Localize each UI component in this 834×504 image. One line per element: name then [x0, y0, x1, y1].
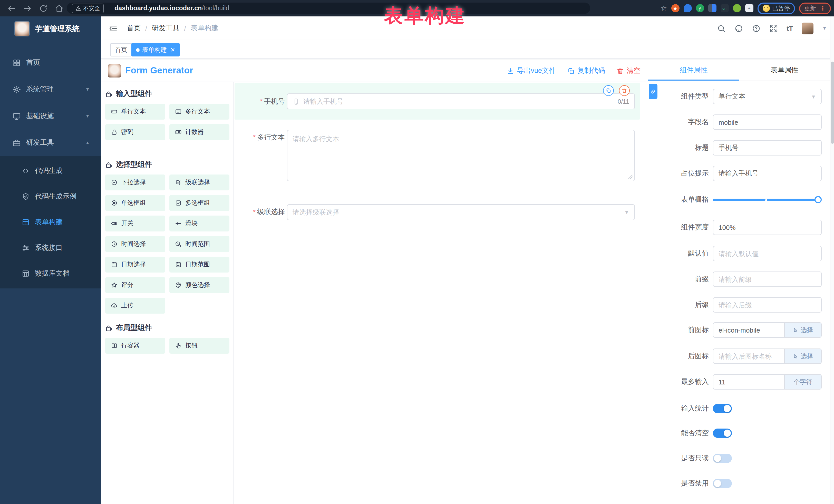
placeholder-input[interactable] — [713, 166, 822, 181]
field-name-input[interactable] — [713, 114, 822, 130]
form-canvas[interactable]: *手机号 请输入手机号 0/11 *多行文本 请输入多行文本 — [234, 82, 648, 504]
palette-item-number[interactable]: 计数器 — [169, 124, 229, 140]
sidebar-item-system[interactable]: 系统管理 ▼ — [0, 76, 101, 103]
ext-icon-3[interactable]: y — [696, 4, 704, 12]
palette-item-password[interactable]: 密码 — [105, 124, 165, 140]
user-caret-icon[interactable]: ▼ — [822, 26, 827, 31]
security-chip[interactable]: 不安全 — [72, 3, 104, 13]
mobile-input[interactable]: 请输入手机号 0/11 — [287, 93, 635, 109]
copy-code-button[interactable]: 复制代码 — [567, 66, 605, 75]
resize-handle-icon[interactable] — [628, 175, 633, 179]
ext-icon-4[interactable] — [708, 4, 716, 12]
clear-button[interactable]: 清空 — [616, 66, 640, 75]
back-icon[interactable] — [7, 4, 16, 13]
ext-icon-5[interactable]: on — [720, 4, 728, 12]
paused-label: 已暂停 — [772, 4, 790, 12]
profile-paused-badge[interactable]: 已暂停 — [757, 2, 795, 14]
sidebar-item-infra[interactable]: 基础设施 ▼ — [0, 103, 101, 129]
ext-icon-1[interactable]: ◆ — [671, 4, 679, 12]
palette-item-row-container[interactable]: 行容器 — [105, 338, 165, 354]
ext-icon-2[interactable] — [683, 4, 692, 12]
palette-item-time-picker[interactable]: 时间选择 — [105, 236, 165, 252]
home-icon[interactable] — [55, 4, 64, 13]
forward-icon[interactable] — [23, 4, 32, 13]
update-button[interactable]: 更新 ⋮ — [799, 2, 831, 14]
row-copy-button[interactable] — [603, 85, 614, 96]
reload-icon[interactable] — [39, 4, 48, 13]
sidebar-item-devtools[interactable]: 研发工具 ▲ — [0, 129, 101, 156]
export-vue-button[interactable]: 导出vue文件 — [507, 66, 556, 75]
palette-item-time-range[interactable]: 时间范围 — [169, 236, 229, 252]
scrollbar-thumb[interactable] — [831, 62, 834, 144]
suffix-input[interactable] — [713, 297, 822, 312]
bookmark-star-icon[interactable]: ☆ — [660, 4, 667, 12]
cascader-input[interactable]: 请选择级联选择 ▼ — [287, 204, 635, 220]
palette-item-textarea[interactable]: 多行文本 — [169, 104, 229, 119]
palette-item-input-text[interactable]: 单行文本 — [105, 104, 165, 119]
default-value-input[interactable] — [713, 246, 822, 261]
tab-form-props[interactable]: 表单属性 — [739, 60, 830, 81]
palette-item-button[interactable]: 按钮 — [169, 338, 229, 354]
font-size-icon[interactable]: tT — [787, 24, 793, 32]
fullscreen-icon[interactable] — [769, 24, 778, 32]
canvas-row-textarea[interactable]: *多行文本 请输入多行文本 — [235, 126, 640, 187]
breadcrumb-home[interactable]: 首页 — [127, 24, 140, 33]
sidebar-collapse-icon[interactable] — [108, 24, 118, 34]
prefix-icon-choose-button[interactable]: 选择 — [785, 322, 822, 338]
palette-icon — [175, 282, 182, 288]
browser-menu-icon[interactable]: ⋮ — [820, 5, 826, 12]
brand[interactable]: 芋道管理系统 — [0, 17, 101, 41]
clearable-toggle[interactable] — [713, 429, 732, 438]
tag-form-builder[interactable]: 表单构建 ✕ — [131, 43, 180, 57]
sidebar-item-form-builder[interactable]: 表单构建 — [0, 210, 101, 235]
generator-logo — [108, 64, 121, 78]
palette-item-slider[interactable]: 滑块 — [169, 216, 229, 232]
sidebar-item-system-api[interactable]: 系统接口 — [0, 235, 101, 261]
row-delete-button[interactable] — [619, 85, 630, 96]
input-stats-toggle[interactable] — [713, 404, 732, 413]
window-scrollbar[interactable] — [830, 17, 834, 504]
textarea-input[interactable]: 请输入多行文本 — [287, 130, 635, 181]
title-input[interactable] — [713, 140, 822, 155]
slider-handle[interactable] — [814, 196, 822, 203]
max-length-input[interactable] — [713, 374, 785, 390]
component-type-select[interactable]: 单行文本 ▼ — [713, 89, 822, 104]
palette-item-checkbox-group[interactable]: 多选框组 — [169, 195, 229, 211]
sidebar-item-codegen-example[interactable]: 代码生成示例 — [0, 184, 101, 210]
readonly-toggle[interactable] — [713, 454, 732, 463]
ext-icon-7[interactable]: ✦ — [745, 4, 753, 12]
tab-component-props[interactable]: 组件属性 — [648, 60, 739, 81]
palette-item-select[interactable]: 下拉选择 — [105, 175, 165, 191]
canvas-row-cascader[interactable]: *级联选择 请选择级联选择 ▼ — [235, 202, 640, 222]
palette-item-cascader[interactable]: 级联选择 — [169, 175, 229, 191]
canvas-row-mobile[interactable]: *手机号 请输入手机号 0/11 — [235, 83, 640, 119]
address-bar[interactable]: 不安全 dashboard.yudao.iocoder.cn/tool/buil… — [67, 3, 590, 14]
palette-item-color-picker[interactable]: 颜色选择 — [169, 277, 229, 293]
palette-item-upload[interactable]: 上传 — [105, 298, 165, 313]
disabled-toggle[interactable] — [713, 479, 732, 488]
tag-home[interactable]: 首页 — [110, 43, 132, 57]
github-icon[interactable] — [734, 24, 743, 32]
width-input[interactable] — [713, 220, 822, 235]
prefix-input[interactable] — [713, 271, 822, 287]
palette-item-radio-group[interactable]: 单选框组 — [105, 195, 165, 211]
sidebar-item-codegen[interactable]: 代码生成 — [0, 158, 101, 184]
palette-item-rate[interactable]: 评分 — [105, 277, 165, 293]
palette-item-switch[interactable]: 开关 — [105, 216, 165, 232]
ext-icon-6[interactable] — [733, 4, 741, 12]
suffix-icon-choose-button[interactable]: 选择 — [785, 349, 822, 364]
prefix-icon-input[interactable] — [713, 322, 785, 338]
palette-item-date-picker[interactable]: 日期选择 — [105, 257, 165, 272]
sidebar-item-db-doc[interactable]: 数据库文档 — [0, 261, 101, 286]
user-avatar[interactable] — [802, 22, 813, 34]
grid-slider[interactable] — [713, 192, 822, 207]
columns-icon — [111, 342, 117, 349]
suffix-icon-input[interactable] — [713, 349, 785, 364]
palette-select-chips: 下拉选择 级联选择 单选框组 多选框组 开关 滑块 — [105, 175, 230, 313]
search-icon[interactable] — [717, 24, 726, 32]
breadcrumb-devtools[interactable]: 研发工具 — [152, 24, 180, 33]
palette-item-date-range[interactable]: 日期范围 — [169, 257, 229, 272]
help-icon[interactable] — [752, 24, 761, 32]
close-icon[interactable]: ✕ — [170, 46, 175, 53]
sidebar-item-home[interactable]: 首页 — [0, 49, 101, 76]
